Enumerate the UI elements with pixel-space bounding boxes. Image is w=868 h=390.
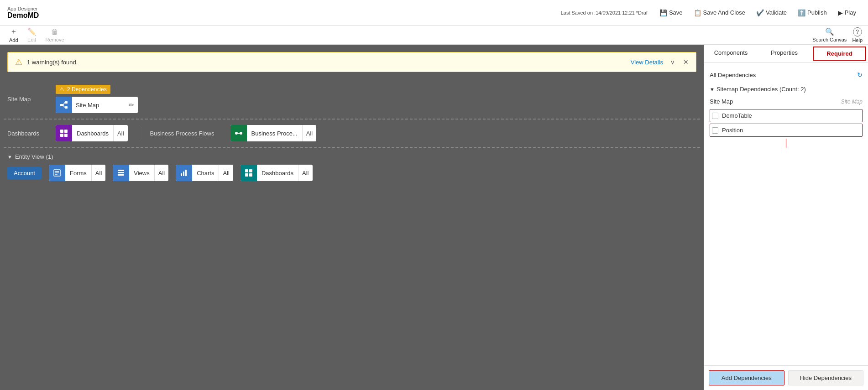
dep-checkbox-1[interactable]	[712, 113, 718, 119]
dashboards-icon	[56, 125, 72, 141]
dep-item-1[interactable]: DemoTable	[710, 109, 863, 122]
save-close-button[interactable]: 📋 Save And Close	[689, 7, 750, 19]
tab-components[interactable]: Components	[704, 45, 758, 62]
dashboard-svg	[60, 129, 68, 137]
forms-all[interactable]: All	[91, 165, 105, 181]
panel-content: All Dependencies ↻ ▼ Sitemap Dependencie…	[704, 63, 868, 365]
remove-icon: 🗑	[51, 28, 58, 36]
sitemap-dependencies-header[interactable]: ▼ Sitemap Dependencies (Count: 2)	[710, 83, 863, 95]
sitemap-row: Site Map ⚠ 2 Dependencies	[7, 85, 696, 113]
forms-tile-label: Forms	[65, 170, 91, 177]
top-bar-actions: Last Saved on :14/09/2021 12:21 *Draf 💾 …	[561, 7, 861, 19]
bpf-tile[interactable]: Business Proce... All	[230, 125, 317, 141]
sitemap-svg-icon	[59, 100, 68, 109]
warning-chevron-icon[interactable]: ∨	[670, 59, 675, 66]
charts-tile-label: Charts	[192, 170, 219, 177]
publish-button[interactable]: ⬆️ Publish	[793, 7, 831, 19]
tab-required[interactable]: Required	[813, 47, 866, 61]
help-button[interactable]: ? Help	[852, 27, 863, 43]
account-button[interactable]: Account	[7, 167, 42, 179]
warning-text: 1 warning(s) found.	[27, 59, 626, 66]
bpf-label: Business Process Flows	[150, 130, 223, 137]
dashboards-all[interactable]: All	[113, 125, 127, 141]
entity-header[interactable]: ▼ Entity View (1)	[7, 153, 696, 160]
svg-rect-19	[181, 173, 182, 176]
forms-svg	[53, 169, 61, 177]
row-divider	[139, 125, 139, 141]
sitemap-dep-chevron-icon: ▼	[710, 87, 715, 92]
views-svg	[117, 169, 125, 177]
bpf-tile-label: Business Proce...	[247, 130, 302, 137]
entity-section: ▼ Entity View (1) Account Forms A	[4, 148, 700, 187]
svg-point-9	[235, 132, 238, 135]
entity-header-label: Entity View (1)	[15, 153, 53, 160]
sitemap-box[interactable]: Site Map ✏	[56, 97, 138, 113]
svg-rect-5	[60, 130, 63, 133]
app-title-area: App Designer DemoMD	[7, 6, 39, 20]
svg-rect-1	[65, 101, 68, 104]
entity-chevron-icon: ▼	[7, 154, 12, 160]
warning-close-icon[interactable]: ✕	[683, 58, 689, 66]
svg-rect-20	[183, 172, 184, 176]
dashboards-bpf-section: Dashboards Dashboards All Business Pr	[4, 120, 700, 148]
sitemap-name: Site Map	[72, 102, 125, 109]
warning-banner: ⚠ 1 warning(s) found. View Details ∨ ✕	[7, 52, 696, 72]
save-button[interactable]: 💾 Save	[655, 7, 687, 19]
svg-rect-16	[118, 170, 124, 171]
entity-row: Account Forms All	[7, 165, 696, 181]
dashboards-label: Dashboards	[7, 130, 48, 137]
views-tile[interactable]: Views All	[113, 165, 168, 181]
sitemap-edit-icon[interactable]: ✏	[125, 101, 138, 109]
refresh-icon[interactable]: ↻	[857, 71, 863, 78]
svg-rect-6	[64, 130, 68, 133]
hide-dependencies-button[interactable]: Hide Dependencies	[788, 370, 864, 385]
forms-tile[interactable]: Forms All	[49, 165, 105, 181]
publish-icon: ⬆️	[798, 9, 805, 16]
dep-label-1: DemoTable	[722, 112, 752, 119]
svg-point-10	[240, 132, 242, 135]
view-details-link[interactable]: View Details	[631, 59, 663, 66]
top-bar: App Designer DemoMD Last Saved on :14/09…	[0, 0, 868, 26]
views-all[interactable]: All	[154, 165, 168, 181]
toolbar: ＋ Add ✏️ Edit 🗑 Remove 🔍 Search Canvas ?…	[0, 26, 868, 45]
dependencies-badge: ⚠ 2 Dependencies	[56, 85, 110, 94]
sitemap-section: Site Map ⚠ 2 Dependencies	[4, 79, 700, 120]
all-dependencies-row[interactable]: All Dependencies ↻	[710, 68, 863, 81]
entity-dashboards-tile-label: Dashboards	[257, 170, 298, 177]
views-tile-label: Views	[129, 170, 154, 177]
validate-button[interactable]: ✔️ Validate	[752, 7, 791, 19]
svg-rect-18	[118, 174, 124, 176]
sitemap-dep-row-value: Site Map	[841, 99, 863, 105]
bpf-svg	[235, 129, 243, 137]
charts-icon	[176, 165, 192, 181]
help-icon: ?	[853, 27, 862, 36]
add-icon: ＋	[10, 27, 17, 36]
play-button[interactable]: ▶ Play	[833, 7, 861, 19]
svg-rect-21	[185, 170, 187, 176]
charts-all[interactable]: All	[219, 165, 233, 181]
add-button[interactable]: ＋ Add	[5, 25, 22, 45]
dep-checkbox-2[interactable]	[712, 127, 718, 134]
bpf-all[interactable]: All	[302, 125, 316, 141]
forms-icon	[49, 165, 65, 181]
panel-bottom: Add Dependencies Hide Dependencies	[704, 365, 868, 390]
add-dependencies-button[interactable]: Add Dependencies	[709, 370, 784, 385]
dep-item-2[interactable]: Position	[710, 124, 863, 137]
warning-icon: ⚠	[15, 57, 22, 67]
charts-svg	[180, 169, 188, 177]
edit-button[interactable]: ✏️ Edit	[24, 26, 40, 44]
svg-rect-23	[249, 169, 252, 172]
charts-tile[interactable]: Charts All	[176, 165, 233, 181]
views-icon	[113, 165, 129, 181]
remove-button[interactable]: 🗑 Remove	[42, 26, 68, 44]
tab-properties[interactable]: Properties	[758, 45, 811, 62]
entity-dashboards-tile[interactable]: Dashboards All	[241, 165, 313, 181]
edit-icon: ✏️	[27, 27, 37, 36]
search-icon: 🔍	[825, 27, 834, 36]
dashboards-bpf-row: Dashboards Dashboards All Business Pr	[7, 125, 696, 141]
entity-dashboards-all[interactable]: All	[298, 165, 312, 181]
dashboards-tile[interactable]: Dashboards All	[56, 125, 128, 141]
search-canvas-button[interactable]: 🔍 Search Canvas	[812, 27, 847, 42]
entity-dashboards-icon	[241, 165, 257, 181]
right-panel: Components Properties Required All Depen…	[704, 45, 868, 390]
